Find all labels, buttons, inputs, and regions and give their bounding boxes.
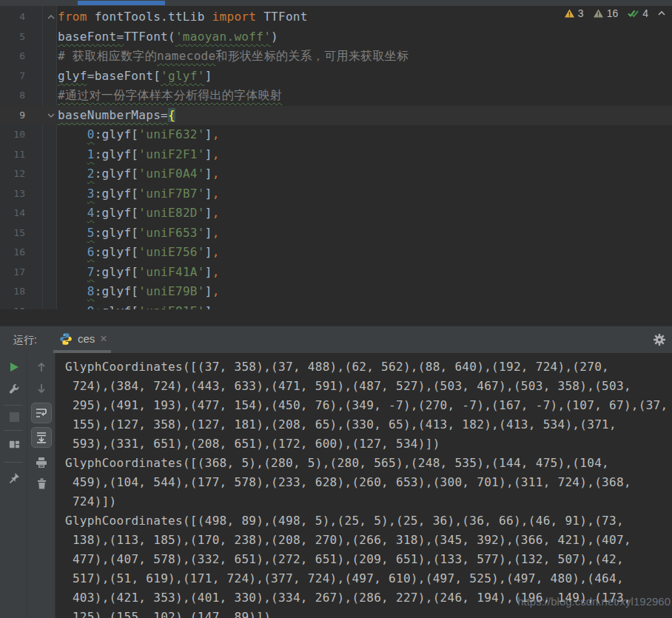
code-text: #通过对一份字体样本分析得出的字体映射 [58,86,282,106]
clear-all-button[interactable] [35,477,48,490]
fold-column [25,67,58,87]
run-panel-body: GlyphCoordinates([(37, 358),(37, 488),(6… [0,353,672,618]
console-line: GlyphCoordinates([(37, 358),(37, 488),(6… [65,357,672,377]
code-text: baseFont=TTFont('maoyan.woff') [58,27,278,47]
up-the-stack-trace-button[interactable] [35,360,48,374]
line-number: 18 [0,282,25,302]
run-tab-ces[interactable]: ces × [53,326,113,351]
code-line-14[interactable]: 14 4:glyf['uniE82D'], [0,204,672,224]
run-toolbar [0,353,56,618]
toolbar-separator [4,430,23,431]
code-line-19[interactable]: 19 9:glyf['uniE81E'] [0,302,672,310]
trash-icon [36,477,48,490]
chevron-up-icon [657,10,666,17]
run-tab-label: ces [78,332,95,345]
toolbar-separator [4,462,23,463]
code-text: 3:glyf['uniF7B7'], [58,184,220,204]
weak-warnings-count: 16 [607,7,619,19]
down-the-stack-trace-button[interactable] [35,382,48,395]
code-text: 8:glyf['uniE79B'], [58,282,220,302]
passed-indicator[interactable]: 4 [627,7,648,19]
run-panel-title: 运行: [13,326,37,354]
arrow-down-icon [36,383,47,394]
pin-icon [7,471,21,485]
fold-column [25,86,58,106]
fold-column [25,106,58,126]
code-text: from fontTools.ttLib import TTFont [58,7,308,27]
code-line-15[interactable]: 15 5:glyf['uniF653'], [0,224,672,243]
console-line: GlyphCoordinates([(498, 89),(498, 5),(25… [65,511,672,531]
code-line-11[interactable]: 11 1:glyf['uniF2F1'], [0,145,672,165]
wrench-icon [8,383,21,395]
close-tab-icon[interactable]: × [100,333,107,345]
line-number: 16 [0,243,25,263]
fold-column [25,125,58,145]
inspections-collapse[interactable] [657,10,666,17]
console-line: 724)]) [65,492,672,511]
code-editor[interactable]: 4from fontTools.ttLib import TTFont5base… [0,6,672,326]
toolbar-divider [27,353,27,618]
code-line-13[interactable]: 13 3:glyf['uniF7B7'], [0,184,672,204]
fold-column [25,7,58,27]
code-text: glyf=baseFont['glyf'] [58,67,212,87]
run-play-icon [8,361,20,373]
fold-expand-icon[interactable] [47,111,56,120]
code-text: # 获取相应数字的namecode和形状坐标的关系，可用来获取坐标 [58,47,409,67]
line-number: 19 [0,302,25,310]
line-number: 6 [0,47,25,67]
run-panel-header: 运行: ces × [0,326,672,353]
code-line-7[interactable]: 7glyf=baseFont['glyf'] [0,67,672,87]
code-text: 6:glyf['uniE756'], [58,243,220,263]
code-line-9[interactable]: 9baseNumberMaps={ [0,106,672,126]
code-line-8[interactable]: 8#通过对一份字体样本分析得出的字体映射 [0,86,672,106]
code-line-17[interactable]: 17 7:glyf['uniF41A'], [0,263,672,283]
code-line-16[interactable]: 16 6:glyf['uniE756'], [0,243,672,263]
rerun-button[interactable] [7,360,21,374]
code-line-12[interactable]: 12 2:glyf['uniF0A4'], [0,164,672,184]
console-line: 125),(155, 102),(147, 89)]) [65,608,672,618]
inspections-widget: 3 16 4 [564,7,666,19]
code-line-10[interactable]: 10 0:glyf['uniF632'], [0,125,672,145]
settings-wrench-button[interactable] [7,382,21,395]
stop-button[interactable] [7,410,21,423]
line-number: 8 [0,86,25,106]
run-settings-button[interactable] [653,333,666,346]
console-output[interactable]: GlyphCoordinates([(37, 358),(37, 488),(6… [56,353,672,618]
fold-collapse-icon[interactable] [47,13,56,21]
warnings-indicator[interactable]: 3 [564,7,584,19]
code-text: 4:glyf['uniE82D'], [58,204,220,224]
run-tool-window: 运行: ces × [0,326,672,618]
code-text: 5:glyf['uniF653'], [58,224,220,243]
warnings-count: 3 [578,7,584,19]
line-number: 13 [0,184,25,204]
scroll-to-end-toggle[interactable] [31,427,52,448]
scroll-to-end-icon [35,431,48,444]
line-number: 17 [0,263,25,283]
fold-column [25,184,58,204]
code-line-6[interactable]: 6# 获取相应数字的namecode和形状坐标的关系，可用来获取坐标 [0,47,672,67]
soft-wrap-icon [35,406,48,420]
code-text: 2:glyf['uniF0A4'], [58,164,220,184]
warning-icon [564,8,575,19]
print-button[interactable] [35,456,48,469]
code-text: 0:glyf['uniF632'], [58,125,220,145]
printer-icon [35,456,48,469]
line-number: 15 [0,224,25,243]
line-number: 7 [0,67,25,87]
stop-icon [10,412,19,422]
line-number: 9 [0,106,25,126]
editor-tab-bar [0,0,672,6]
code-line-5[interactable]: 5baseFont=TTFont('maoyan.woff') [0,27,672,47]
active-tab-indicator [78,1,165,5]
console-line: 517),(51, 619),(171, 724),(377, 724),(49… [65,569,672,588]
passed-count: 4 [642,7,648,19]
soft-wrap-toggle[interactable] [31,403,52,423]
code-line-18[interactable]: 18 8:glyf['uniE79B'], [0,282,672,302]
weak-warnings-indicator[interactable]: 16 [593,7,619,19]
pin-tab-button[interactable] [7,471,21,485]
restore-layout-button[interactable] [7,437,21,451]
console-line: 155),(127, 358),(127, 181),(208, 65),(33… [65,415,672,434]
line-number: 4 [0,7,25,27]
fold-column [25,302,58,310]
fold-column [25,47,58,67]
